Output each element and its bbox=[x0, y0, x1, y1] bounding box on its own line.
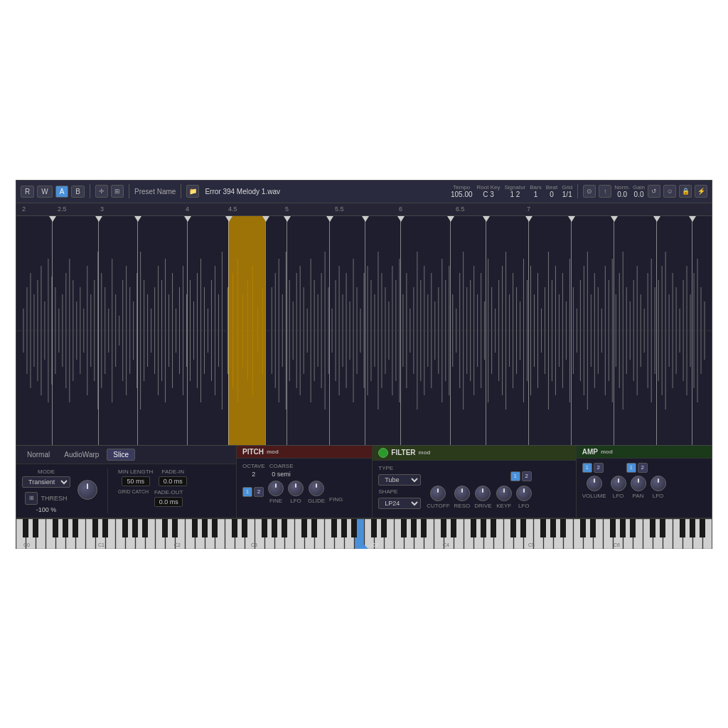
r-button[interactable]: R bbox=[21, 186, 34, 198]
revert-icon[interactable]: ↺ bbox=[648, 185, 660, 198]
bars-display[interactable]: Bars 1 bbox=[530, 184, 541, 198]
amp-knobs-row: VOLUME LFO PAN LFO bbox=[582, 476, 706, 499]
marker-5-5: 5.5 bbox=[335, 205, 344, 213]
thresh-knob[interactable] bbox=[77, 480, 97, 500]
volume-knob[interactable] bbox=[587, 476, 602, 491]
tempo-display[interactable]: Tempo 105.00 bbox=[451, 184, 473, 198]
amp-num-2b[interactable]: 2 bbox=[638, 463, 648, 473]
pitch-lfo-label: LFO bbox=[290, 498, 301, 504]
glide-knob[interactable] bbox=[309, 481, 324, 496]
cutoff-col: CUTOFF bbox=[427, 486, 449, 509]
snap-icon[interactable]: ⊞ bbox=[111, 185, 124, 198]
bars-value: 1 bbox=[534, 191, 538, 198]
selected-region bbox=[228, 216, 265, 445]
reso-col: RESO bbox=[454, 486, 471, 509]
waveform-area[interactable] bbox=[16, 216, 712, 445]
cursor-icon[interactable]: ✛ bbox=[95, 185, 108, 198]
min-length-value[interactable]: 50 ms bbox=[122, 476, 150, 486]
svg-rect-456 bbox=[142, 519, 148, 537]
piano-label-c6: C6 bbox=[614, 542, 620, 547]
filter-lfo-knob[interactable] bbox=[516, 486, 532, 501]
octave-col: OCTAVE 2 bbox=[242, 463, 265, 478]
smiley-icon[interactable]: ☺ bbox=[663, 185, 676, 198]
w-button[interactable]: W bbox=[37, 186, 52, 198]
bolt-icon[interactable]: ⚡ bbox=[695, 185, 707, 198]
root-key-display[interactable]: Root Key C 3 bbox=[477, 184, 500, 198]
upload-icon[interactable]: ↑ bbox=[599, 185, 611, 198]
gain-display[interactable]: Gain 0.0 bbox=[633, 184, 645, 198]
beat-display[interactable]: Beat 0 bbox=[546, 184, 557, 198]
b-button[interactable]: B bbox=[71, 186, 85, 198]
filter-type-select[interactable]: Tube Classic bbox=[378, 474, 421, 486]
marker-4: 4 bbox=[186, 205, 189, 213]
waveform-svg bbox=[16, 216, 712, 445]
tempo-label: Tempo bbox=[453, 184, 470, 191]
fine-label: FINE bbox=[269, 498, 282, 504]
octave-label: OCTAVE bbox=[242, 463, 265, 469]
piano-label-c4: C4 bbox=[443, 542, 449, 547]
svg-rect-495 bbox=[690, 519, 695, 537]
keyf-knob[interactable] bbox=[496, 486, 512, 501]
norm-display[interactable]: Norm. 0.0 bbox=[614, 184, 630, 198]
svg-rect-468 bbox=[311, 519, 317, 537]
filter-num-2[interactable]: 2 bbox=[522, 471, 532, 481]
grid-display[interactable]: Grid 1/1 bbox=[562, 184, 572, 198]
sig-label: Signatur bbox=[504, 184, 525, 191]
folder-icon[interactable]: 📁 bbox=[186, 185, 199, 198]
norm-label: Norm. bbox=[614, 184, 630, 191]
mode-select[interactable]: Transient Grid bbox=[22, 476, 70, 488]
marker-2: 2 bbox=[22, 205, 26, 213]
fade-in-value[interactable]: 0.0 ms bbox=[159, 476, 187, 486]
divider-1 bbox=[107, 469, 108, 513]
svg-rect-476 bbox=[421, 519, 427, 537]
cutoff-knob[interactable] bbox=[430, 486, 446, 501]
a-button[interactable]: A bbox=[55, 186, 69, 198]
root-key-label: Root Key bbox=[477, 184, 500, 191]
slice-triangle-7 bbox=[284, 216, 291, 222]
svg-rect-469 bbox=[331, 519, 337, 537]
grid-catch-btn[interactable]: ⊞ bbox=[25, 492, 38, 505]
pitch-num-1[interactable]: 1 bbox=[242, 487, 252, 497]
amp-lfo-knob[interactable] bbox=[611, 476, 626, 491]
fine-knob-col: FINE bbox=[268, 481, 284, 504]
sig-value: 1 2 bbox=[510, 191, 520, 198]
filter-num-1[interactable]: 1 bbox=[510, 471, 520, 481]
pan-knob[interactable] bbox=[631, 476, 646, 491]
coarse-col: COARSE 0 semi bbox=[269, 463, 294, 478]
amp-mod-btn[interactable]: mod bbox=[601, 449, 613, 455]
tab-audiowarp[interactable]: AudioWarp bbox=[58, 449, 105, 461]
filter-mod-btn[interactable]: mod bbox=[419, 449, 431, 456]
svg-rect-455 bbox=[132, 519, 138, 537]
pitch-lfo-knob[interactable] bbox=[288, 481, 304, 496]
marker-5: 5 bbox=[285, 205, 289, 213]
amp-num-1b[interactable]: 1 bbox=[626, 463, 636, 473]
tab-normal[interactable]: Normal bbox=[21, 449, 56, 461]
volume-col: VOLUME bbox=[582, 476, 606, 499]
reso-label: RESO bbox=[454, 503, 471, 509]
root-key-value: C 3 bbox=[483, 191, 494, 198]
pitch-mod-btn[interactable]: mod bbox=[267, 449, 279, 455]
svg-rect-453 bbox=[102, 519, 108, 537]
filter-power-btn[interactable] bbox=[378, 448, 388, 458]
amp-lfo2-knob[interactable] bbox=[651, 476, 666, 491]
amp-lfo-col: LFO bbox=[611, 476, 626, 499]
slice-marker-7 bbox=[287, 216, 287, 445]
amp-num-1[interactable]: 1 bbox=[582, 463, 592, 473]
reso-knob[interactable] bbox=[454, 486, 470, 501]
pitch-num-2[interactable]: 2 bbox=[254, 487, 264, 497]
drive-knob[interactable] bbox=[475, 486, 491, 501]
svg-rect-461 bbox=[212, 519, 218, 537]
svg-rect-484 bbox=[540, 519, 546, 537]
tab-slice[interactable]: Slice bbox=[107, 449, 135, 461]
record-icon[interactable]: ⊙ bbox=[583, 185, 596, 198]
signature-display[interactable]: Signatur 1 2 bbox=[504, 184, 525, 198]
amp-num-2[interactable]: 2 bbox=[594, 463, 604, 473]
sep2 bbox=[129, 184, 129, 198]
filter-shape-select[interactable]: LP24 LP12 bbox=[378, 498, 421, 509]
fade-out-value[interactable]: 0.0 ms bbox=[154, 497, 183, 507]
glide-knob-col: GLIDE bbox=[308, 481, 325, 504]
piano-label-c2: C2 bbox=[174, 542, 181, 547]
fine-knob[interactable] bbox=[268, 481, 284, 496]
pan-label: PAN bbox=[633, 493, 644, 499]
lock-icon[interactable]: 🔒 bbox=[679, 185, 692, 198]
